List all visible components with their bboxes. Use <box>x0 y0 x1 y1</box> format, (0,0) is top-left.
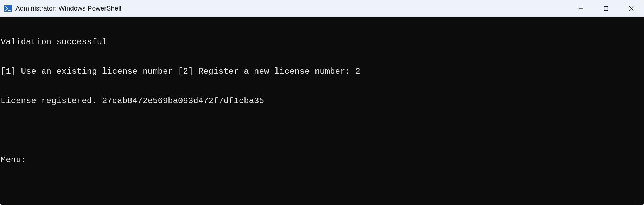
svg-rect-4 <box>604 6 608 10</box>
window-controls <box>568 0 644 16</box>
powershell-icon <box>4 5 12 12</box>
terminal-line: Menu: <box>1 155 643 165</box>
titlebar[interactable]: Administrator: Windows PowerShell <box>0 0 644 17</box>
maximize-button[interactable] <box>593 0 619 16</box>
minimize-button[interactable] <box>568 0 593 16</box>
terminal-output[interactable]: Validation successful [1] Use an existin… <box>0 17 644 205</box>
terminal-line: License registered. 27cab8472e569ba093d4… <box>1 96 643 106</box>
terminal-line: Validation successful <box>1 37 643 47</box>
terminal-line: [1] Use an existing license number [2] R… <box>1 67 643 77</box>
close-button[interactable] <box>619 0 644 16</box>
close-icon <box>629 6 634 11</box>
minimize-icon <box>578 6 583 11</box>
powershell-window: Administrator: Windows PowerShell Valida <box>0 0 644 205</box>
window-title: Administrator: Windows PowerShell <box>15 5 568 12</box>
maximize-icon <box>604 6 608 11</box>
terminal-line <box>1 185 643 194</box>
terminal-line <box>1 126 643 135</box>
